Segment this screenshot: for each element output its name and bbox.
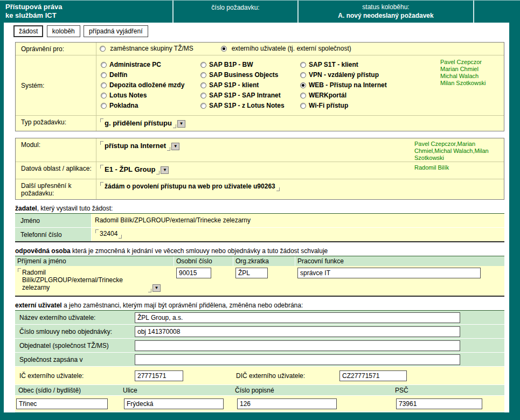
form-title-line2: ke službám ICT [5,11,172,20]
owner-name: Milan Szotkowski [440,80,501,87]
ic-input[interactable] [135,370,183,381]
radio-label: Pokladna [109,102,138,109]
city-input[interactable] [16,398,108,409]
details-field[interactable]: žádám o povolení přístupu na web pro uži… [100,181,280,192]
org-abbreviation-input[interactable] [235,268,268,278]
request-type-field[interactable]: g. přidělení přístupu [100,118,177,129]
responsible-name-dropdown-button[interactable]: ▼ [152,284,161,292]
details-label: Další upřesnění k požadavku: [16,179,96,199]
applicant-phone-field[interactable]: 32404 [95,229,122,239]
zip-input[interactable] [396,398,482,409]
orderer-row: Objednatel (společnost TŽ/MS) [15,339,504,353]
module-owner-names: Pavel Czepczor,Marian Chmiel,Michal Wala… [414,141,501,162]
applicant-phone-area: 32404 [92,228,504,241]
header-ulice: Ulice [123,387,235,394]
registered-in-row: Společnost zapsána v [15,353,504,367]
bottom-green-strip [15,412,504,417]
responsible-name-area: Radomil Bilík/ZPLGROUP/external/Trinecke… [15,267,174,293]
radio-sap-s1p-klient[interactable]: SAP S1P - klient [200,80,300,90]
dic-input[interactable] [339,370,407,381]
request-number-label: číslo požadavku: [211,4,259,23]
radio-sap-s1p-intranet[interactable]: SAP S1P - SAP Intranet [200,90,300,101]
applicant-title-rest: , který vystavil tuto žádost: [37,205,113,212]
radio-icon [300,93,306,99]
work-function-input[interactable] [297,268,481,278]
form-title-line1: Přístupová práva [5,3,172,11]
owner-name: Marian Chmiel [440,66,501,73]
external-name-input[interactable] [135,312,460,323]
details-field-area: žádám o povolení přístupu na web pro uži… [96,179,504,199]
radio-administrace-pc[interactable]: Administrace PC [101,60,200,70]
module-field[interactable]: přístup na Internet [100,141,171,151]
radio-external-user[interactable]: externího uživatele (tj. externí společn… [221,45,351,52]
data-area-dropdown-button[interactable]: ▼ [161,166,169,174]
radio-icon [101,103,107,109]
responsible-name-field[interactable]: Radomil Bilík/ZPLGROUP/external/Trinecke… [17,268,152,293]
radio-lotus-notes[interactable]: Lotus Notes [101,90,200,101]
personal-number-input[interactable] [176,268,211,278]
radio-sap-b1p-bw[interactable]: SAP B1P - BW [200,60,300,70]
address-input-row [15,396,504,412]
form-title: Přístupová práva ke službám ICT [0,1,172,23]
applicant-phone-row: Telefonní číslo 32404 [15,228,504,241]
radio-web-pristup[interactable]: WEB - Přístup na Internet [300,80,427,90]
responsible-header-row: Příjmení a jméno Osobní číslo Org.zkratk… [15,256,504,266]
system-column-1: Administrace PC Delfín Depozita odložené… [101,60,200,111]
header-cislo-popisne: Číslo popisné [235,387,395,394]
radio-label: zaměstnance skupiny TŽ/MS [110,45,193,52]
system-column-2: SAP B1P - BW SAP Business Objects SAP S1… [200,60,300,111]
tab-bar: žádost koloběh případná vyjádření [4,23,509,39]
tab-vyjadreni[interactable]: případná vyjádření [84,25,148,37]
title-bar: Přístupová práva ke službám ICT číslo po… [0,0,520,23]
status-value: A. nový neodeslaný požadavek [299,11,473,20]
radio-label: WERKportál [309,92,346,99]
data-area-row: Datová oblast / aplikace: E1 - ŽPL Group… [16,162,504,179]
radio-employee[interactable]: zaměstnance skupiny TŽ/MS [100,45,219,52]
radio-label: WEB - Přístup na Internet [309,81,387,89]
status-section: status koloběhu: A. nový neodeslaný poža… [297,1,474,23]
radio-sap-s1t-klient[interactable]: SAP S1T - klient [300,60,427,70]
house-number-input[interactable] [237,398,337,409]
applicant-title-bold: žadatel [15,205,37,212]
request-type-dropdown-button[interactable]: ▼ [177,120,185,128]
radio-pokladna[interactable]: Pokladna [101,101,200,111]
radio-icon [101,82,107,88]
street-input[interactable] [124,398,224,409]
radio-werkportal[interactable]: WERKportál [300,90,427,101]
permissions-options: zaměstnance skupiny TŽ/MS externího uživ… [96,43,504,55]
external-user-section-title: externí uživatel a jeho zaměstnanci, kte… [15,302,509,309]
module-row: Modul: přístup na Internet▼ Pavel Czepcz… [16,138,504,162]
radio-vpn[interactable]: VPN - vzdálený přístup [300,70,427,80]
radio-icon [200,82,206,88]
header-osobni-cislo: Osobní číslo [174,256,233,266]
system-label: Systém: [16,55,96,115]
radio-sap-business-objects[interactable]: SAP Business Objects [200,70,300,80]
ic-label: IČ externího uživatele: [15,372,135,380]
module-dropdown-button[interactable]: ▼ [171,143,179,150]
radio-checked-icon [221,46,227,52]
orderer-input[interactable] [135,340,460,351]
contract-number-input[interactable] [135,326,460,337]
radio-icon [300,103,306,109]
radio-sap-s1p-z-lotus-notes[interactable]: SAP S1P - z Lotus Notes [200,101,300,111]
ic-dic-row: IČ externího uživatele: DIČ externího už… [15,367,504,385]
responsible-title-rest: která je zmocněná k jednání ve věcech sm… [71,247,328,255]
radio-label: Administrace PC [109,61,161,68]
radio-wifi[interactable]: Wi-Fi přístup [300,101,427,111]
tab-zadost[interactable]: žádost [13,25,43,37]
header-prijmeni-jmeno: Příjmení a jméno [15,256,174,266]
applicant-section-title: žadatel, který vystavil tuto žádost: [15,205,509,212]
radio-icon [200,62,206,68]
responsible-table: Příjmení a jméno Osobní číslo Org.zkratk… [15,256,504,297]
registered-in-input[interactable] [135,354,460,365]
tab-kolobeh[interactable]: koloběh [47,25,80,37]
radio-depozita[interactable]: Depozita odložené mzdy [101,80,200,90]
status-label: status koloběhu: [299,3,473,11]
radio-delfin[interactable]: Delfín [101,70,200,80]
request-type-field-area: g. přidělení přístupu▼ [96,116,504,131]
system-options: Administrace PC Delfín Depozita odložené… [96,55,504,115]
radio-label: VPN - vzdálený přístup [309,71,379,79]
permissions-label: Oprávnění pro: [16,43,96,55]
responsible-data-row: Radomil Bilík/ZPLGROUP/external/Trinecke… [15,266,504,296]
data-area-field[interactable]: E1 - ŽPL Group [100,164,160,175]
